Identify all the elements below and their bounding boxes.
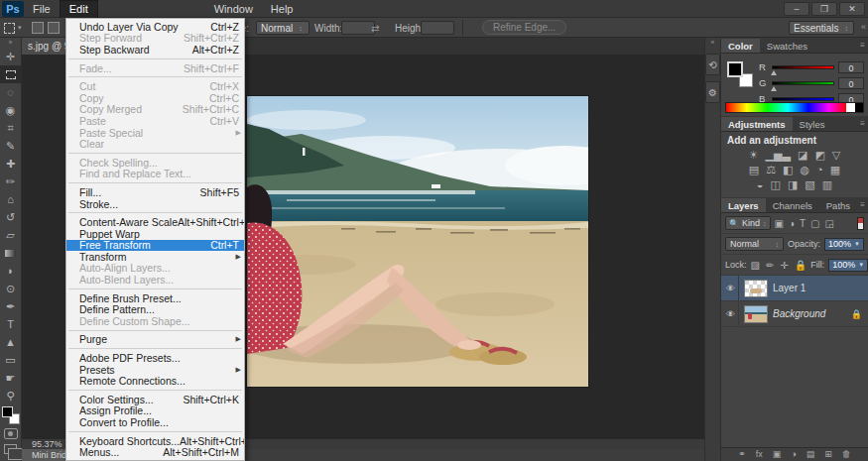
add-layer-mask-button[interactable]: ▣ bbox=[773, 448, 782, 461]
menu-item-paste-special[interactable]: Paste Special▶ bbox=[66, 127, 244, 139]
channel-mixer-icon[interactable]: ◔ bbox=[816, 164, 823, 176]
menu-item-fade[interactable]: Fade...Shift+Ctrl+F bbox=[66, 62, 244, 74]
toolbar-collapse-icon[interactable]: » bbox=[9, 38, 13, 48]
workspace-switcher[interactable]: Essentials ↕ bbox=[789, 21, 854, 35]
style-select[interactable]: Normal ↕ bbox=[256, 21, 310, 35]
menu-item-content-aware-scale[interactable]: Content-Aware ScaleAlt+Shift+Ctrl+C bbox=[66, 216, 244, 228]
layer-thumbnail[interactable] bbox=[744, 305, 768, 323]
width-input[interactable] bbox=[341, 21, 375, 35]
curves-icon[interactable]: ◪ bbox=[798, 149, 807, 162]
slider-thumb-icon[interactable] bbox=[771, 70, 777, 75]
link-dimensions-icon[interactable]: ⇄ bbox=[371, 18, 379, 38]
menu-item-keyboard-shortcuts[interactable]: Keyboard Shortcuts...Alt+Shift+Ctrl+K bbox=[66, 435, 244, 447]
opacity-value[interactable]: 100% ▼ bbox=[824, 238, 864, 251]
gradient-tool[interactable] bbox=[0, 244, 22, 262]
slider-thumb-icon[interactable] bbox=[771, 86, 777, 91]
channel-value[interactable]: 0 bbox=[838, 61, 864, 73]
history-brush-tool[interactable]: ↺ bbox=[0, 208, 22, 226]
filter-pixel-layers-icon[interactable]: ▣ bbox=[775, 218, 784, 229]
menu-item-undo-layer-via-copy[interactable]: Undo Layer Via CopyCtrl+Z bbox=[66, 21, 244, 33]
filter-smart-objects-icon[interactable]: ◲ bbox=[825, 218, 834, 229]
menu-item-purge[interactable]: Purge▶ bbox=[66, 334, 244, 346]
photo-filter-icon[interactable]: ◍ bbox=[801, 164, 810, 176]
dodge-tool[interactable]: ⊙ bbox=[0, 280, 22, 297]
blend-mode-select[interactable]: Normal ↕ bbox=[725, 237, 784, 251]
pen-tool[interactable]: ✒ bbox=[0, 297, 22, 315]
menu-item-transform[interactable]: Transform▶ bbox=[66, 251, 244, 263]
new-selection-icon[interactable] bbox=[32, 22, 44, 34]
filter-toggle-switch[interactable] bbox=[857, 217, 864, 230]
lasso-tool[interactable]: ◌ bbox=[0, 83, 22, 101]
tab-styles[interactable]: Styles bbox=[793, 117, 832, 131]
close-button[interactable]: ✕ bbox=[839, 2, 865, 16]
panel-menu-icon[interactable]: ≡ bbox=[860, 200, 865, 209]
visibility-eye-icon[interactable]: 👁 bbox=[723, 276, 739, 300]
layer-row-layer-1[interactable]: 👁Layer 1 bbox=[721, 276, 868, 301]
blur-tool[interactable]: ◗ bbox=[0, 262, 22, 280]
menu-item-fill[interactable]: Fill...Shift+F5 bbox=[66, 186, 244, 198]
delete-layer-button[interactable]: 🗑 bbox=[842, 448, 851, 461]
type-tool[interactable]: T bbox=[0, 315, 22, 333]
healing-brush-tool[interactable]: ✚ bbox=[0, 155, 22, 173]
path-selection-tool[interactable]: ▲ bbox=[0, 333, 22, 351]
layer-style-button[interactable]: fx bbox=[756, 448, 763, 461]
filter-adjustment-layers-icon[interactable]: ◑ bbox=[789, 218, 795, 229]
menu-item-clear[interactable]: Clear bbox=[66, 138, 244, 150]
lock-position-icon[interactable]: ✛ bbox=[780, 260, 788, 271]
foreground-color-swatch[interactable] bbox=[727, 61, 743, 77]
menu-item-step-forward[interactable]: Step ForwardShift+Ctrl+Z bbox=[66, 33, 244, 45]
menu-item-adobe-pdf-presets[interactable]: Adobe PDF Presets... bbox=[66, 352, 244, 364]
menu-item-remote-connections[interactable]: Remote Connections... bbox=[66, 375, 244, 387]
posterize-icon[interactable]: ◫ bbox=[771, 178, 781, 191]
menu-help[interactable]: Help bbox=[262, 0, 303, 18]
crop-tool[interactable]: ⌗ bbox=[0, 119, 22, 137]
menu-item-define-custom-shape[interactable]: Define Custom Shape... bbox=[66, 315, 244, 327]
tab-channels[interactable]: Channels bbox=[766, 198, 819, 212]
new-adjustment-layer-button[interactable]: ◑ bbox=[791, 448, 796, 461]
hand-tool[interactable]: ☛ bbox=[0, 369, 22, 387]
color-lookup-icon[interactable]: ▦ bbox=[830, 164, 840, 176]
height-input[interactable] bbox=[421, 21, 454, 35]
photo-canvas[interactable] bbox=[247, 96, 588, 387]
menu-item-cut[interactable]: CutCtrl+X bbox=[66, 80, 244, 92]
menu-item-presets[interactable]: Presets▶ bbox=[66, 364, 244, 376]
channel-slider[interactable] bbox=[772, 81, 834, 85]
menu-item-assign-profile[interactable]: Assign Profile... bbox=[66, 405, 244, 417]
menu-item-menus[interactable]: Menus...Alt+Shift+Ctrl+M bbox=[66, 446, 244, 458]
zoom-tool[interactable]: ⚲ bbox=[0, 387, 22, 404]
hue-saturation-icon[interactable]: ▤ bbox=[749, 164, 759, 176]
tab-adjustments[interactable]: Adjustments bbox=[721, 117, 793, 131]
menu-item-copy-merged[interactable]: Copy MergedShift+Ctrl+C bbox=[66, 104, 244, 116]
selective-color-icon[interactable]: ▥ bbox=[822, 178, 832, 191]
panel-menu-icon[interactable]: ≡ bbox=[860, 41, 865, 50]
refine-edge-button[interactable]: Refine Edge... bbox=[482, 20, 566, 35]
menu-edit[interactable]: Edit bbox=[60, 0, 98, 18]
zoom-level[interactable]: 95.37% bbox=[22, 439, 62, 449]
menu-item-color-settings[interactable]: Color Settings...Shift+Ctrl+K bbox=[66, 394, 244, 405]
new-layer-button[interactable]: ⊞ bbox=[824, 448, 832, 461]
menu-item-convert-to-profile[interactable]: Convert to Profile... bbox=[66, 416, 244, 428]
menu-item-stroke[interactable]: Stroke... bbox=[66, 198, 244, 210]
restore-button[interactable]: ❐ bbox=[811, 2, 837, 16]
menu-item-auto-align-layers[interactable]: Auto-Align Layers... bbox=[66, 263, 244, 275]
color-spectrum-ramp[interactable] bbox=[725, 102, 864, 113]
menu-item-define-pattern[interactable]: Define Pattern... bbox=[66, 303, 244, 315]
fill-value[interactable]: 100% ▼ bbox=[828, 259, 868, 272]
filter-type-layers-icon[interactable]: T bbox=[800, 218, 806, 229]
foreground-color-swatch[interactable] bbox=[2, 406, 13, 417]
menu-item-paste[interactable]: PasteCtrl+V bbox=[66, 115, 244, 127]
brightness-contrast-icon[interactable]: ☀ bbox=[749, 149, 759, 162]
screen-mode-button[interactable] bbox=[4, 444, 17, 454]
invert-icon[interactable]: ◒ bbox=[757, 178, 764, 191]
menu-item-step-backward[interactable]: Step BackwardAlt+Ctrl+Z bbox=[66, 44, 244, 56]
dock-collapse-icon[interactable]: « bbox=[711, 38, 715, 48]
collapse-panels-icon[interactable]: « bbox=[861, 22, 866, 32]
link-layers-button[interactable]: ⚭ bbox=[738, 448, 746, 461]
quick-mask-button[interactable] bbox=[4, 428, 18, 439]
new-group-button[interactable]: ▤ bbox=[806, 448, 815, 461]
layer-filter-kind-select[interactable]: 🔍 Kind ↕ bbox=[725, 216, 771, 230]
threshold-icon[interactable]: ◨ bbox=[788, 178, 798, 191]
rectangle-tool[interactable]: ▭ bbox=[0, 351, 22, 369]
eraser-tool[interactable]: ▱ bbox=[0, 226, 22, 244]
menu-item-copy[interactable]: CopyCtrl+C bbox=[66, 92, 244, 104]
